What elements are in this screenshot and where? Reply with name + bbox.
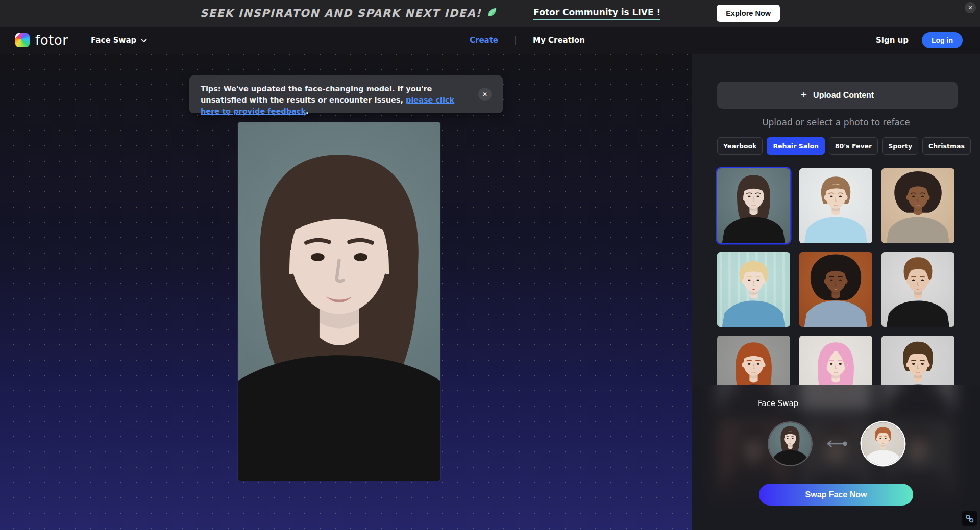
tab-sporty[interactable]: Sporty [882,137,918,155]
main-canvas-area: Tips: We've updated the face-changing mo… [0,54,692,530]
sidebar: + Upload Content Upload or select a phot… [692,54,980,530]
community-live-link[interactable]: Fotor Community is LIVE ! [533,7,660,20]
swap-direction-arrow-icon [823,439,850,450]
signup-link[interactable]: Sign up [876,36,909,45]
promo-headline-text: SEEK INSPIRATON AND SPARK NEXT IDEA! [200,7,481,19]
close-icon: ✕ [968,5,972,11]
tab-christmas[interactable]: Christmas [922,137,971,155]
plus-icon: + [801,89,807,100]
tips-close-button[interactable]: ✕ [478,88,492,101]
header-account: Sign up Log in [876,27,963,54]
face-swap-panel-title: Face Swap [758,399,798,408]
nav-create[interactable]: Create [470,36,498,45]
promo-close-button[interactable]: ✕ [965,2,976,13]
photo-thumbnail[interactable] [717,252,790,327]
fotor-logo[interactable]: fotor [15,33,68,48]
tab-rehair-salon[interactable]: Rehair Salon [767,137,824,155]
photo-thumbnail[interactable] [799,252,872,327]
close-icon: ✕ [482,91,487,98]
photo-thumbnail[interactable] [717,168,790,243]
link-icon[interactable] [962,511,977,526]
fotor-wordmark: fotor [35,33,68,48]
header-nav: Create My Creation [470,27,585,54]
app-header: fotor Face Swap Create My Creation Sign … [0,27,980,54]
promo-banner: SEEK INSPIRATON AND SPARK NEXT IDEA! Fot… [0,0,980,27]
tab-yearbook[interactable]: Yearbook [717,137,763,155]
explore-now-button[interactable]: Explore Now [717,5,780,22]
leaf-icon [486,7,498,20]
sidebar-subtitle: Upload or select a photo to reface [692,117,980,128]
photo-thumbnail[interactable] [881,252,954,327]
promo-headline: SEEK INSPIRATON AND SPARK NEXT IDEA! [200,7,498,20]
face-swap-panel: Face Swap [692,385,980,530]
nav-my-creation[interactable]: My Creation [533,36,585,45]
canvas-photo[interactable] [238,122,440,481]
upload-content-button[interactable]: + Upload Content [717,82,958,109]
photo-thumbnail[interactable] [799,168,872,243]
tool-switcher[interactable]: Face Swap [91,27,147,54]
fotor-logo-icon [15,33,30,47]
face-swap-app: SEEK INSPIRATON AND SPARK NEXT IDEA! Fot… [0,0,980,530]
chevron-down-icon [141,36,147,45]
login-button[interactable]: Log in [922,32,963,48]
source-face-avatar[interactable] [769,422,812,465]
target-face-avatar[interactable] [862,422,904,465]
nav-divider [515,36,516,45]
photo-thumbnail[interactable] [881,168,954,243]
tab-80-s-fever[interactable]: 80's Fever [829,137,878,155]
tool-name: Face Swap [91,36,136,45]
swap-face-now-button[interactable]: Swap Face Now [759,484,913,506]
category-tabs: YearbookRehair Salon80's FeverSportyChri… [717,137,971,155]
tips-banner: Tips: We've updated the face-changing mo… [189,75,503,113]
tips-text: Tips: We've updated the face-changing mo… [201,83,469,117]
